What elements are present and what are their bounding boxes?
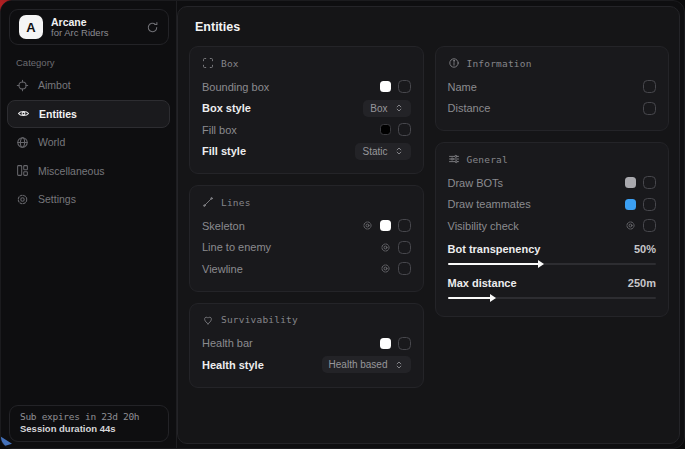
brand-card: A Arcane for Arc Riders — [9, 9, 169, 45]
select-fill-style[interactable]: Static — [355, 143, 410, 160]
row-controls — [643, 102, 656, 115]
brand-text: Arcane for Arc Riders — [51, 16, 138, 39]
card-title: Survivability — [221, 314, 298, 325]
checkbox-viewline[interactable] — [398, 262, 411, 275]
slider-value: 250m — [628, 277, 656, 289]
row-controls — [625, 219, 656, 232]
row-label: Bounding box — [202, 81, 269, 93]
sidebar-item-label: Settings — [38, 193, 76, 205]
row-label: Name — [448, 81, 477, 93]
toggle-row: Viewline — [202, 258, 411, 280]
card-general: GeneralDraw BOTsDraw teammatesVisibility… — [435, 142, 670, 317]
crosshair-icon — [16, 79, 29, 92]
row-label: Line to enemy — [202, 241, 271, 253]
checkbox-line-to-enemy[interactable] — [398, 241, 411, 254]
slider-knob[interactable] — [538, 260, 544, 268]
checkbox-health-bar[interactable] — [398, 337, 411, 350]
row-controls — [380, 262, 411, 275]
card-survivability: SurvivabilityHealth barHealth styleHealt… — [189, 303, 424, 388]
row-controls: Box — [363, 100, 410, 117]
row-label: Health bar — [202, 337, 253, 349]
checkbox-distance[interactable] — [643, 102, 656, 115]
card-box: BoxBounding boxBox styleBoxFill boxFill … — [189, 46, 424, 174]
slider-track[interactable] — [448, 263, 657, 265]
eye-icon — [17, 107, 30, 120]
heart-icon — [202, 314, 214, 326]
sliders-icon — [448, 153, 460, 165]
row-controls: Static — [355, 143, 410, 160]
select-value: Static — [362, 146, 387, 157]
sidebar-item-label: Miscellaneous — [38, 165, 105, 177]
slider-knob[interactable] — [490, 294, 496, 302]
checkbox-draw-teammates[interactable] — [643, 198, 656, 211]
sidebar-item-entities[interactable]: Entities — [7, 100, 170, 128]
sidebar-item-label: Aimbot — [38, 79, 71, 91]
card-title: Lines — [221, 197, 251, 208]
refresh-icon[interactable] — [146, 21, 159, 34]
brand-subtitle: for Arc Riders — [51, 28, 138, 39]
sidebar-item-miscellaneous[interactable]: Miscellaneous — [7, 157, 170, 185]
sidebar-item-aimbot[interactable]: Aimbot — [7, 71, 170, 99]
toggle-row: Draw teammates — [448, 194, 657, 216]
color-swatch[interactable] — [380, 338, 391, 349]
slider-row: Bot transpenency50% — [448, 237, 657, 271]
line-icon — [202, 196, 214, 208]
toggle-row: Health bar — [202, 333, 411, 355]
sidebar-item-world[interactable]: World — [7, 128, 170, 156]
sidebar: A Arcane for Arc Riders Category AimbotE… — [1, 1, 177, 448]
gear-icon[interactable] — [625, 220, 636, 231]
layout-icon — [16, 164, 29, 177]
row-controls — [643, 80, 656, 93]
cards-area: BoxBounding boxBox styleBoxFill boxFill … — [189, 46, 669, 399]
box-icon — [202, 57, 214, 69]
main-panel: Entities BoxBounding boxBox styleBoxFill… — [177, 6, 680, 444]
toggle-row: Draw BOTs — [448, 172, 657, 194]
slider-label: Bot transpenency — [448, 243, 541, 255]
toggle-row: Fill box — [202, 119, 411, 141]
sidebar-item-label: World — [38, 136, 65, 148]
checkbox-draw-bots[interactable] — [643, 176, 656, 189]
color-swatch[interactable] — [625, 177, 636, 188]
select-health-style[interactable]: Health based — [322, 356, 411, 373]
row-controls: Health based — [322, 356, 411, 373]
row-label: Health style — [202, 359, 264, 371]
select-row: Box styleBox — [202, 98, 411, 120]
card-header: Information — [448, 57, 657, 69]
card-header: General — [448, 153, 657, 165]
gear-icon[interactable] — [362, 220, 373, 231]
select-value: Health based — [329, 359, 388, 370]
toggle-row: Name — [448, 76, 657, 98]
row-label: Distance — [448, 102, 491, 114]
checkbox-visibility-check[interactable] — [643, 219, 656, 232]
card-column: BoxBounding boxBox styleBoxFill boxFill … — [189, 46, 424, 399]
select-value: Box — [370, 103, 387, 114]
slider-track[interactable] — [448, 297, 657, 299]
select-box-style[interactable]: Box — [363, 100, 410, 117]
gear-icon[interactable] — [380, 242, 391, 253]
row-controls — [625, 176, 656, 189]
color-swatch[interactable] — [625, 199, 636, 210]
color-swatch[interactable] — [380, 220, 391, 231]
toggle-row: Skeleton — [202, 215, 411, 237]
page-title: Entities — [195, 20, 240, 34]
info-icon — [448, 57, 460, 69]
row-controls — [380, 241, 411, 254]
sidebar-item-settings[interactable]: Settings — [7, 185, 170, 213]
row-controls — [380, 123, 411, 136]
color-swatch[interactable] — [380, 124, 391, 135]
checkbox-fill-box[interactable] — [398, 123, 411, 136]
unfold-icon — [394, 360, 404, 370]
color-swatch[interactable] — [380, 81, 391, 92]
row-controls — [625, 198, 656, 211]
card-title: General — [467, 154, 508, 165]
card-header: Lines — [202, 196, 411, 208]
checkbox-skeleton[interactable] — [398, 219, 411, 232]
card-lines: LinesSkeletonLine to enemyViewline — [189, 185, 424, 292]
sub-expiry-text: Sub expires in 23d 20h — [20, 411, 158, 422]
checkbox-name[interactable] — [643, 80, 656, 93]
session-duration-text: Session duration 44s — [20, 423, 158, 434]
row-controls — [362, 219, 411, 232]
toggle-row: Visibility check — [448, 215, 657, 237]
gear-icon[interactable] — [380, 263, 391, 274]
checkbox-bounding-box[interactable] — [398, 80, 411, 93]
